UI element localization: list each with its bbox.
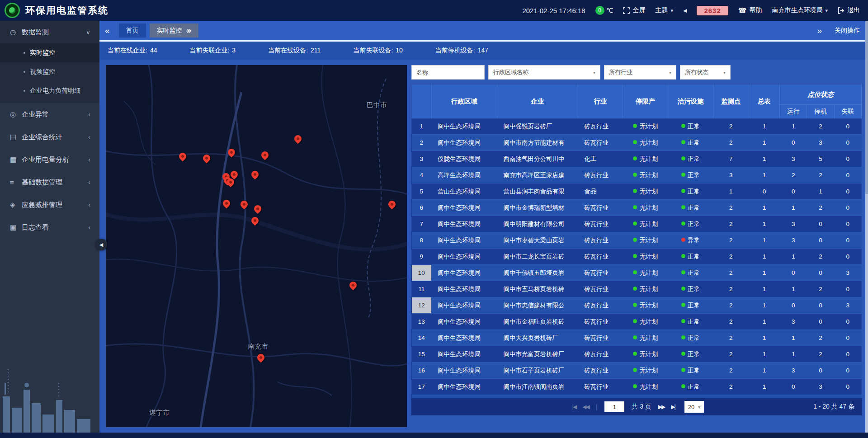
sidebar-item-label: 实时监控 <box>30 49 55 57</box>
row-restriction-text: 无计划 <box>639 367 658 374</box>
total-pages-label: 共 3 页 <box>632 403 651 411</box>
tab-realtime-monitor[interactable]: 实时监控 ⊗ <box>150 24 199 38</box>
table-row[interactable]: 15阆中生态环境局阆中市光富页岩机砖厂砖瓦行业无计划正常21120 <box>412 346 862 363</box>
table-row[interactable]: 14阆中生态环境局阆中大兴页岩机砖厂砖瓦行业无计划正常21120 <box>412 330 862 346</box>
table-row[interactable]: 12阆中生态环境局阆中市忠信建材有限公砖瓦行业无计划正常21003 <box>412 297 862 314</box>
row-facility: 正常 <box>668 184 713 200</box>
row-running: 0 <box>780 395 807 399</box>
tab-home[interactable]: 首页 <box>119 24 146 38</box>
region-select-value: 行政区域名称 <box>493 68 590 76</box>
row-region: 阆中生态环境局 <box>431 216 497 232</box>
prev-page-button[interactable]: ◀◀ <box>582 404 589 410</box>
row-restriction: 无计划 <box>623 184 668 200</box>
table-body: 1阆中生态环境局阆中强锐页岩砖厂砖瓦行业无计划正常211202阆中生态环境局阆中… <box>412 118 862 399</box>
row-region: 阆中生态环境局 <box>431 314 497 330</box>
sidebar-group-label: 应急减排管理 <box>22 201 88 209</box>
tabs-scroll-left-icon[interactable]: « <box>99 26 115 36</box>
table-row[interactable]: 16阆中生态环境局阆中市石子页岩机砖厂砖瓦行业无计划正常21300 <box>412 363 862 379</box>
page-number-input[interactable] <box>604 401 624 412</box>
map-panel[interactable]: 巴中市南充市遂宁市 <box>106 65 407 427</box>
table-row[interactable]: 18南部生态环境局南部县鸿发建材有限公砖瓦行业无计划正常21030 <box>412 395 862 399</box>
page-size-select[interactable]: 20 ▾ <box>684 401 704 413</box>
row-index: 6 <box>412 200 432 216</box>
row-facility-text: 正常 <box>688 221 700 227</box>
table-row[interactable]: 13阆中生态环境局阆中市金福旺页岩机砖砖瓦行业无计划正常21300 <box>412 314 862 330</box>
status-dot-green-icon <box>681 384 685 388</box>
org-dropdown[interactable]: 南充市生态环境局 ▾ <box>772 6 828 14</box>
status-dot-green-icon <box>681 368 685 372</box>
sidebar-nav: ◷数据监测∨实时监控视频监控企业电力负荷明细◎企业异常‹▤企业综合统计‹▦企业用… <box>0 21 99 433</box>
sidebar-group-header[interactable]: ▣日志查看‹ <box>0 216 99 239</box>
sidebar-group-header[interactable]: ≡基础数据管理‹ <box>0 171 99 193</box>
stat-value: 147 <box>478 47 488 54</box>
fullscreen-button[interactable]: 全屏 <box>623 6 645 14</box>
table-row[interactable]: 10阆中生态环境局阆中千佛镇五郎垭页岩砖瓦行业无计划正常21003 <box>412 265 862 281</box>
table-row[interactable]: 5营山生态环境局营山县润丰肉食品有限食品无计划正常10010 <box>412 184 862 200</box>
row-facility: 正常 <box>668 297 713 314</box>
sidebar-group-header[interactable]: ◷数据监测∨ <box>0 21 99 43</box>
row-index: 15 <box>412 346 432 363</box>
name-search-input[interactable] <box>411 65 485 80</box>
tabs-scroll-right-icon[interactable]: » <box>811 26 827 36</box>
row-total-meter: 1 <box>749 379 780 395</box>
status-dot-green-icon <box>681 221 685 226</box>
scrollbar-thumb[interactable] <box>865 21 868 194</box>
row-restriction-text: 无计划 <box>639 383 658 390</box>
sidebar-group-header[interactable]: ◎企业异常‹ <box>0 103 99 126</box>
row-stopped: 3 <box>807 135 834 151</box>
stat-item: 当前在线企业:44 <box>108 47 157 55</box>
first-page-button[interactable]: |◀ <box>572 404 576 410</box>
theme-dropdown[interactable]: 主题 ▾ <box>655 6 673 14</box>
row-region: 南部生态环境局 <box>431 395 497 399</box>
table-row[interactable]: 4高坪生态环境局南充市高坪区王家店建砖瓦行业无计划正常31220 <box>412 167 862 184</box>
region-select[interactable]: 行政区域名称 ▾ <box>488 65 600 80</box>
table-row[interactable]: 9阆中生态环境局阆中市二龙长宝页岩砖砖瓦行业无计划正常21120 <box>412 249 862 265</box>
sidebar-group: ▤企业综合统计‹ <box>0 126 99 148</box>
row-region: 阆中生态环境局 <box>431 297 497 314</box>
row-index: 17 <box>412 379 432 395</box>
last-page-button[interactable]: ▶| <box>671 404 675 410</box>
row-offline: 0 <box>834 184 861 200</box>
status-dot-green-icon <box>681 140 685 144</box>
table-row[interactable]: 8阆中生态环境局阆中市枣碧大梁山页岩砖瓦行业无计划异常21300 <box>412 232 862 249</box>
table-row[interactable]: 7阆中生态环境局阆中明阳建材有限公司砖瓦行业无计划正常21300 <box>412 216 862 232</box>
help-button[interactable]: ☎ 帮助 <box>738 6 762 14</box>
close-operations-button[interactable]: 关闭操作 <box>835 27 860 35</box>
row-restriction-text: 无计划 <box>639 204 658 211</box>
row-offline: 0 <box>834 249 861 265</box>
logout-button[interactable]: 退出 <box>838 6 860 14</box>
row-region: 阆中生态环境局 <box>431 346 497 363</box>
caret-left-icon[interactable]: ◀ <box>683 8 687 14</box>
col-region: 行政区域 <box>431 85 497 118</box>
map-collapse-toggle[interactable]: ◀ <box>95 239 107 250</box>
table-row[interactable]: 3仪陇生态环境局西南油气田分公司川中化工无计划正常71350 <box>412 151 862 167</box>
row-restriction: 无计划 <box>623 346 668 363</box>
row-facility: 正常 <box>668 135 713 151</box>
table-row[interactable]: 11阆中生态环境局阆中市五马桥页岩机砖砖瓦行业无计划正常21120 <box>412 281 862 297</box>
close-icon[interactable]: ⊗ <box>186 27 192 34</box>
table-row[interactable]: 17阆中生态环境局阆中市江南镇阆南页岩砖瓦行业无计划正常21030 <box>412 379 862 395</box>
sidebar-item[interactable]: 视频监控 <box>0 62 99 81</box>
table-row[interactable]: 6阆中生态环境局阆中市金博瑞新型墙材砖瓦行业无计划正常21120 <box>412 200 862 216</box>
row-running: 0 <box>780 297 807 314</box>
page-scrollbar[interactable] <box>865 21 868 433</box>
sidebar-group-header[interactable]: ◈应急减排管理‹ <box>0 193 99 216</box>
sidebar-group: ◎企业异常‹ <box>0 103 99 126</box>
sidebar-group-header[interactable]: ▤企业综合统计‹ <box>0 126 99 148</box>
table-row[interactable]: 1阆中生态环境局阆中强锐页岩砖厂砖瓦行业无计划正常21120 <box>412 118 862 135</box>
col-index <box>412 85 432 118</box>
app-logo-icon <box>5 3 20 18</box>
pagination-divider: | <box>596 403 598 410</box>
table-row[interactable]: 2阆中生态环境局阆中市南方节能建材有砖瓦行业无计划正常21030 <box>412 135 862 151</box>
sidebar-item[interactable]: 实时监控 <box>0 43 99 62</box>
stats-icon: ▤ <box>10 133 22 141</box>
row-region: 阆中生态环境局 <box>431 249 497 265</box>
alert-count-badge[interactable]: 2632 <box>697 6 728 15</box>
next-page-button[interactable]: ▶▶ <box>658 404 665 410</box>
sidebar-group-header[interactable]: ▦企业用电量分析‹ <box>0 148 99 171</box>
industry-select[interactable]: 所有行业 ▾ <box>604 65 676 80</box>
status-select[interactable]: 所有状态 ▾ <box>680 65 731 80</box>
sidebar-item[interactable]: 企业电力负荷明细 <box>0 81 99 100</box>
row-index: 9 <box>412 249 432 265</box>
status-dot-green-icon <box>681 124 685 128</box>
